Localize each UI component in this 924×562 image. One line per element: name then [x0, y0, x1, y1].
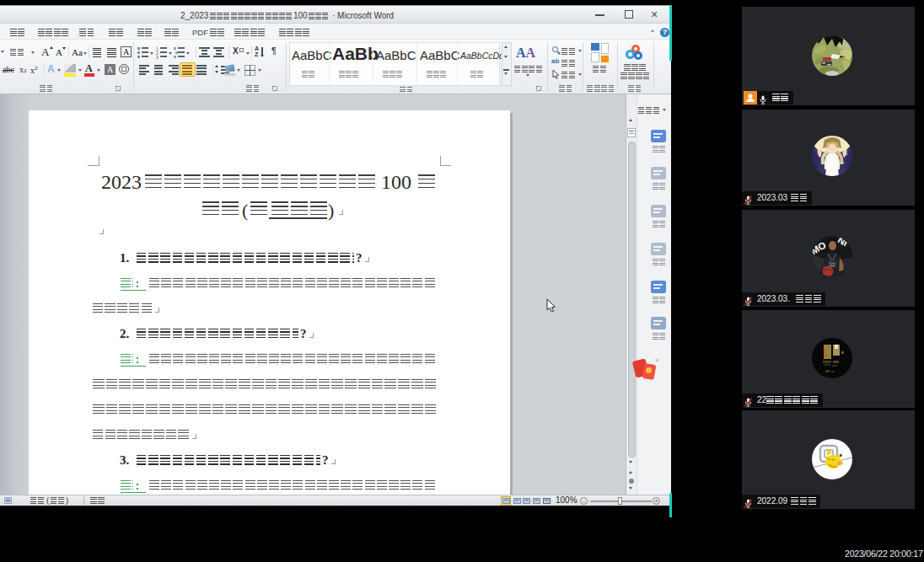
svg-text:12: 12: [830, 262, 835, 267]
